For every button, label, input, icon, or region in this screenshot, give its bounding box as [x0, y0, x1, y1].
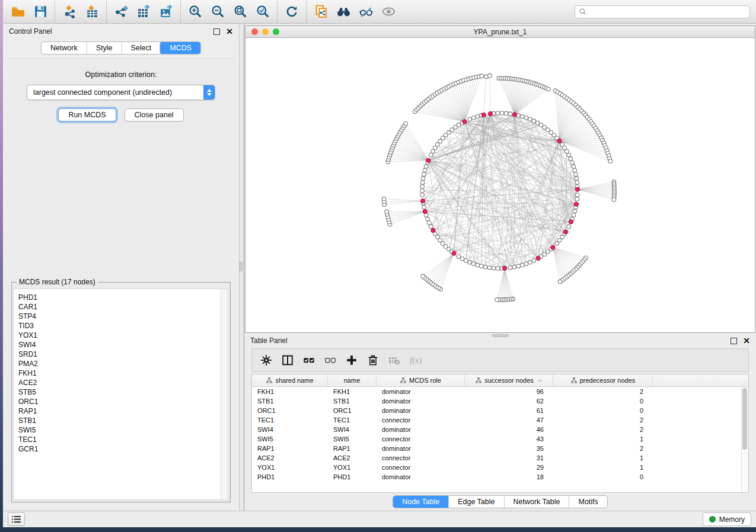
ring-node[interactable] — [496, 111, 500, 116]
ring-node[interactable] — [420, 185, 425, 189]
ring-node[interactable] — [574, 172, 578, 177]
ring-node[interactable] — [573, 168, 577, 172]
ring-node[interactable] — [468, 260, 472, 264]
network-graph[interactable] — [245, 38, 755, 332]
mcds-node-item[interactable]: TEC1 — [18, 435, 228, 444]
ring-node[interactable] — [429, 225, 433, 229]
copy-network-button[interactable] — [310, 2, 332, 21]
table-settings-button[interactable] — [256, 351, 277, 369]
ring-node[interactable] — [575, 181, 579, 185]
ring-node[interactable] — [508, 112, 512, 116]
column-header-role[interactable]: MCDS role — [377, 374, 465, 386]
ring-node[interactable] — [532, 119, 536, 123]
ring-node[interactable] — [508, 266, 512, 270]
ring-node[interactable] — [421, 177, 425, 181]
ring-node[interactable] — [569, 157, 573, 161]
ring-node[interactable] — [521, 114, 525, 118]
mcds-hub-node[interactable] — [536, 256, 540, 260]
ring-node[interactable] — [516, 264, 521, 268]
table-row-ACE2[interactable]: ACE2ACE2connector311 — [252, 453, 748, 463]
mcds-node-item[interactable]: RAP1 — [18, 406, 228, 416]
mcds-list-scrollbar[interactable] — [221, 289, 228, 499]
leaf-node[interactable] — [480, 74, 484, 78]
run-mcds-button[interactable]: Run MCDS — [58, 108, 116, 121]
ring-node[interactable] — [457, 255, 461, 259]
ring-node[interactable] — [471, 116, 476, 120]
show-panels-button[interactable] — [8, 512, 25, 526]
table-row-STB1[interactable]: STB1STB1dominator620 — [252, 396, 748, 406]
ring-node[interactable] — [575, 197, 579, 201]
ring-node[interactable] — [565, 149, 569, 153]
zoom-out-button[interactable] — [206, 2, 229, 21]
mcds-node-item[interactable]: GCR1 — [18, 444, 228, 454]
tab-style[interactable]: Style — [87, 42, 122, 54]
leaf-node[interactable] — [608, 159, 613, 164]
horizontal-splitter-grip[interactable] — [492, 334, 509, 337]
ring-node[interactable] — [500, 111, 504, 116]
column-header-predecessors[interactable]: predecessor nodes — [553, 374, 653, 386]
close-table-panel-icon[interactable]: ✕ — [743, 336, 750, 345]
export-table-button[interactable] — [132, 2, 155, 21]
mcds-hub-node[interactable] — [574, 202, 578, 206]
ring-node[interactable] — [476, 114, 480, 118]
table-row-PHD1[interactable]: PHD1PHD1dominator180 — [252, 472, 748, 482]
refresh-layout-button[interactable] — [280, 2, 303, 21]
ring-node[interactable] — [572, 213, 576, 217]
ring-node[interactable] — [521, 263, 525, 267]
mcds-hub-node[interactable] — [423, 209, 427, 213]
window-close-icon[interactable] — [251, 28, 258, 35]
mcds-hub-node[interactable] — [551, 245, 555, 249]
mcds-node-item[interactable]: ACE2 — [18, 378, 228, 387]
zoom-in-button[interactable] — [184, 2, 206, 21]
mcds-node-item[interactable]: YOX1 — [18, 331, 228, 340]
ring-node[interactable] — [471, 262, 476, 266]
import-network-button[interactable] — [58, 2, 81, 21]
zoom-fit-button[interactable] — [229, 2, 251, 21]
network-canvas[interactable] — [245, 38, 755, 332]
table-row-SWI5[interactable]: SWI5SWI5connector431 — [252, 434, 748, 444]
ring-node[interactable] — [423, 168, 427, 172]
export-image-button[interactable] — [155, 2, 177, 21]
tab-select[interactable]: Select — [122, 42, 161, 54]
ring-node[interactable] — [535, 121, 540, 125]
ring-node[interactable] — [422, 205, 426, 209]
ring-node[interactable] — [567, 225, 571, 229]
mcds-node-item[interactable]: STP4 — [18, 312, 228, 321]
mcds-hub-node[interactable] — [512, 113, 516, 117]
tab-motifs[interactable]: Motifs — [569, 496, 607, 508]
ring-node[interactable] — [426, 217, 430, 221]
search-field[interactable] — [575, 5, 750, 18]
splitter-grip[interactable] — [240, 262, 243, 271]
mcds-hub-node[interactable] — [421, 199, 425, 203]
import-table-button[interactable] — [81, 2, 103, 21]
ring-node[interactable] — [424, 165, 428, 169]
window-maximize-icon[interactable] — [273, 28, 279, 35]
tab-network[interactable]: Network — [42, 42, 87, 54]
toggle-column-panel-button[interactable] — [277, 351, 298, 369]
ring-node[interactable] — [528, 117, 532, 121]
mcds-hub-node[interactable] — [575, 187, 579, 191]
leaf-node[interactable] — [385, 210, 389, 214]
tab-network-table[interactable]: Network Table — [504, 496, 569, 508]
ring-node[interactable] — [528, 260, 532, 264]
ring-node[interactable] — [524, 262, 528, 266]
mcds-node-item[interactable]: TID3 — [18, 321, 228, 331]
ring-node[interactable] — [496, 267, 500, 271]
vertical-splitter[interactable] — [239, 24, 244, 511]
table-scrollbar[interactable] — [741, 387, 748, 492]
mcds-hub-node[interactable] — [564, 230, 568, 234]
add-column-button[interactable] — [341, 351, 362, 369]
ring-node[interactable] — [468, 117, 472, 121]
tab-node-table[interactable]: Node Table — [393, 495, 449, 508]
leaf-node[interactable] — [558, 280, 562, 284]
float-table-panel-icon[interactable] — [731, 338, 737, 344]
ring-node[interactable] — [524, 116, 528, 120]
show-graphics-details-button[interactable] — [377, 2, 400, 21]
deselect-all-rows-button[interactable] — [320, 351, 341, 369]
mcds-node-item[interactable]: SWI4 — [18, 340, 228, 350]
mcds-hub-node[interactable] — [481, 113, 486, 117]
mcds-result-list[interactable]: PHD1CAR1STP4TID3YOX1SWI4SRD1PMA2FKH1ACE2… — [14, 289, 228, 500]
window-minimize-icon[interactable] — [262, 28, 269, 35]
mcds-node-item[interactable]: STB1 — [18, 416, 228, 425]
leaf-node[interactable] — [421, 274, 425, 278]
